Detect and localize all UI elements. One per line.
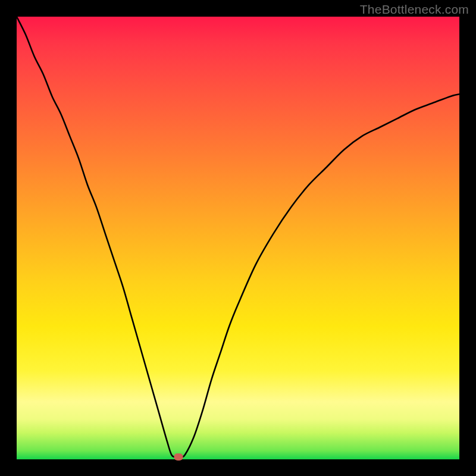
watermark-text: TheBottleneck.com <box>360 2 469 17</box>
chart-frame: TheBottleneck.com <box>0 0 476 476</box>
plot-area <box>17 17 459 459</box>
curve-svg <box>17 17 459 459</box>
bottleneck-marker <box>174 453 183 461</box>
bottleneck-curve <box>17 17 459 458</box>
